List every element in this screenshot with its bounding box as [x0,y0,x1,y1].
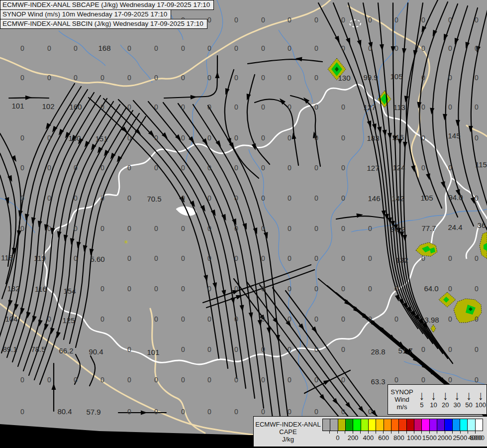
zero-value-label: 0 [181,254,185,262]
zero-value-label: 0 [475,376,479,384]
zero-value-label: 0 [74,164,78,172]
header-line-sbcape: ECMWF-INDEX-ANAL SBCAPE (J/kg) Wednesday… [0,0,214,10]
zero-value-label: 0 [127,44,131,52]
zero-value-label: 0 [288,408,292,416]
zero-value-label: 0 [288,285,292,293]
zero-value-label: 0 [181,376,185,384]
zero-value-label: 0 [288,315,292,323]
cape-legend-title: ECMWF-INDEX-ANAL CAPE J/kg [254,421,322,443]
index-value-label: 146 [368,194,380,203]
zero-value-label: 0 [261,224,265,232]
zero-value-label: 0 [421,164,425,172]
cape-color-swatch [384,419,391,431]
colorbar-tick-label: 800 [393,434,404,442]
zero-value-label: 0 [181,164,185,172]
cape-colorbar: 0200400600800100015002000250040006000 [322,419,483,447]
zero-value-label: 0 [181,408,185,416]
zero-value-label: 0 [207,74,211,82]
index-value-label: 124 [392,163,405,172]
zero-value-label: 0 [207,254,211,262]
index-value-label: 151 [95,134,107,143]
wind-legend-scale: ↓5↓10↓20↓30↓50↓100 [416,390,487,409]
index-value-label: 127 [363,103,376,112]
zero-value-label: 0 [154,44,158,52]
wind-legend-source: SYNOP [388,388,416,396]
colorbar-tick-label: 6000 [470,434,485,442]
index-value-label: 105 [390,72,402,81]
zero-value-label: 0 [448,345,452,353]
zero-value-label: 0 [234,315,238,323]
zero-value-label: 0 [154,164,158,172]
index-value-label: 94.0 [448,193,463,202]
zero-value-label: 0 [288,164,292,172]
zero-value-label: 0 [288,224,292,232]
zero-value-label: 0 [234,285,238,293]
zero-value-label: 0 [314,44,318,52]
zero-value-label: 0 [394,16,398,24]
wind-scale-entry: ↓20 [439,390,451,409]
zero-value-label: 0 [288,194,292,202]
index-value-label: 99.9 [363,73,378,82]
zero-value-label: 0 [421,103,425,111]
zero-value-label: 0 [20,408,24,416]
cape-color-swatch [452,419,460,431]
zero-value-label: 0 [181,315,185,323]
cape-color-swatch [414,419,422,431]
zero-value-label: 0 [368,224,372,232]
zero-value-label: 0 [314,103,318,111]
index-value-label: 77.7 [421,224,436,232]
zero-value-label: 0 [181,74,185,82]
zero-value-label: 0 [181,345,185,353]
zero-value-label: 0 [448,254,452,262]
zero-value-label: 0 [181,134,185,142]
cape-color-swatch [460,419,468,431]
zero-value-label: 0 [368,254,372,262]
zero-value-label: 0 [234,408,238,416]
zero-value-label: 0 [127,315,131,323]
zero-value-label: 0 [448,315,452,323]
index-value-label: 145 [448,131,460,140]
zero-value-label: 0 [475,134,479,142]
zero-value-label: 0 [421,345,425,353]
index-value-label: 101 [147,348,159,356]
zero-value-label: 0 [181,44,185,52]
zero-value-label: 0 [47,134,51,142]
index-value-label: 130 [338,74,350,82]
cape-color-swatch [444,419,452,431]
header-line-wind: SYNOP Wind (m/s) 10m Wednesday 17-09-202… [0,9,171,19]
zero-value-label: 0 [314,194,318,202]
zero-value-label: 0 [127,134,131,142]
zero-value-label: 0 [314,315,318,323]
index-value-label: 116 [392,133,404,141]
zero-value-label: 0 [341,134,345,142]
zero-value-label: 0 [261,103,265,111]
zero-value-label: 0 [261,194,265,202]
index-value-label: 154 [63,287,76,295]
cape-legend-source: ECMWF-INDEX-ANAL [254,421,322,428]
zero-value-label: 0 [154,315,158,323]
zero-value-label: 0 [127,164,131,172]
index-value-label: 80.4 [57,407,72,416]
cape-legend-param: CAPE [254,428,322,436]
zero-value-label: 0 [100,74,104,82]
wind-scale-entry: ↓5 [416,390,428,409]
wind-arrow-icon: ↓ [463,389,475,402]
colorbar-tick-label: 1500 [422,434,437,442]
zero-value-label: 0 [261,164,265,172]
zero-value-label: 0 [207,164,211,172]
zero-value-label: 0 [261,254,265,262]
index-value-label: 64.0 [424,284,438,293]
zero-value-label: 0 [207,194,211,202]
zero-value-label: 0 [394,44,398,52]
wind-arrow-icon: ↓ [428,389,440,402]
index-value-label: 142 [391,194,404,203]
index-value-label: 63.3 [371,377,385,386]
zero-value-label: 0 [20,376,24,384]
zero-value-label: 0 [475,74,479,82]
index-value-label: 78.5 [31,345,45,353]
wind-legend-param: Wind [388,396,416,403]
zero-value-label: 0 [261,315,265,323]
zero-value-label: 0 [100,103,104,111]
zero-value-label: 0 [288,134,292,142]
zero-value-label: 0 [475,103,479,111]
